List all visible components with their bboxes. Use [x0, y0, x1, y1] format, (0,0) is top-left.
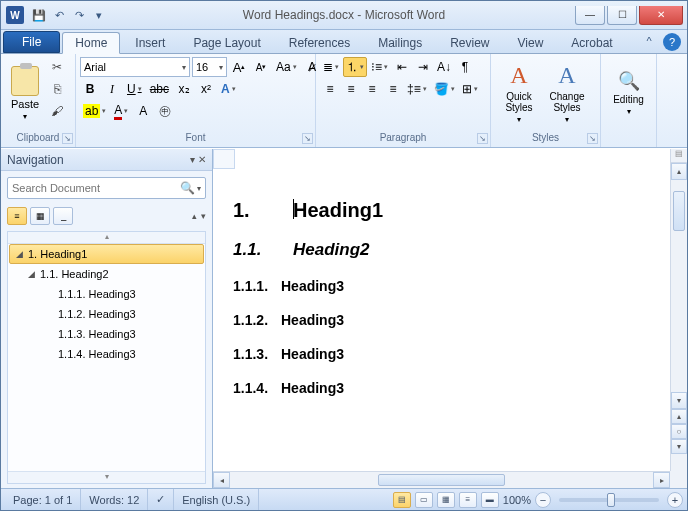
underline-button[interactable]: U▾	[124, 79, 145, 99]
font-name-combo[interactable]: Arial▾	[80, 57, 190, 77]
ruler-corner[interactable]	[213, 149, 235, 169]
doc-heading-2[interactable]: 1.1.Heading2	[233, 240, 650, 260]
format-painter-button[interactable]: 🖌	[47, 101, 67, 121]
view-web-layout[interactable]: ▦	[437, 492, 455, 508]
nav-tree-item[interactable]: 1.1.1. Heading3	[9, 284, 204, 304]
text-effects-button[interactable]: A▾	[218, 79, 239, 99]
tab-view[interactable]: View	[505, 31, 557, 53]
bold-button[interactable]: B	[80, 79, 100, 99]
maximize-button[interactable]: ☐	[607, 6, 637, 25]
nav-close-icon[interactable]: ✕	[198, 154, 206, 165]
vscroll-thumb[interactable]	[673, 191, 685, 231]
doc-heading-3[interactable]: 1.1.3.Heading3	[233, 346, 650, 362]
browse-object-button[interactable]: ○	[671, 424, 687, 439]
tab-mailings[interactable]: Mailings	[365, 31, 435, 53]
vertical-scrollbar[interactable]: ▤ ▴ ▴ ○ ▾ ▾	[670, 149, 687, 471]
change-styles-button[interactable]: A Change Styles ▾	[543, 57, 591, 129]
paste-button[interactable]: Paste ▾	[5, 57, 45, 129]
help-icon[interactable]: ?	[663, 33, 681, 51]
nav-tree-item[interactable]: ◢1.1. Heading2	[9, 264, 204, 284]
strikethrough-button[interactable]: abc	[147, 79, 172, 99]
paragraph-dialog-launcher[interactable]: ↘	[477, 133, 488, 144]
line-spacing-button[interactable]: ‡≡▾	[404, 79, 430, 99]
grow-font-button[interactable]: A▴	[229, 57, 249, 77]
view-draft[interactable]: ▬	[481, 492, 499, 508]
qat-customize[interactable]: ▾	[90, 6, 108, 24]
font-dialog-launcher[interactable]: ↘	[302, 133, 313, 144]
scroll-right-button[interactable]: ▸	[653, 472, 670, 488]
align-center-button[interactable]: ≡	[341, 79, 361, 99]
borders-button[interactable]: ⊞▾	[459, 79, 481, 99]
tab-file[interactable]: File	[3, 31, 60, 53]
doc-heading-1[interactable]: 1.Heading1	[233, 199, 650, 222]
nav-tree-item[interactable]: 1.1.4. Heading3	[9, 344, 204, 364]
status-words[interactable]: Words: 12	[81, 489, 148, 510]
clear-formatting-button[interactable]: A̷	[302, 57, 322, 77]
nav-scroll-down[interactable]: ▾	[8, 471, 205, 483]
doc-heading-3[interactable]: 1.1.4.Heading3	[233, 380, 650, 396]
nav-search-input[interactable]	[12, 182, 180, 194]
zoom-in-button[interactable]: +	[667, 492, 683, 508]
styles-dialog-launcher[interactable]: ↘	[587, 133, 598, 144]
align-left-button[interactable]: ≡	[320, 79, 340, 99]
shading-button[interactable]: 🪣▾	[431, 79, 458, 99]
nav-tab-results[interactable]: ⎯	[53, 207, 73, 225]
minimize-ribbon-icon[interactable]: ^	[641, 33, 657, 49]
quick-styles-button[interactable]: A Quick Styles ▾	[495, 57, 543, 129]
document-scroller[interactable]: 1.Heading11.1.Heading21.1.1.Heading31.1.…	[213, 169, 670, 471]
save-button[interactable]: 💾	[30, 6, 48, 24]
next-page-button[interactable]: ▾	[671, 439, 687, 454]
document-body[interactable]: 1.Heading11.1.Heading21.1.1.Heading31.1.…	[213, 169, 670, 444]
subscript-button[interactable]: x₂	[174, 79, 194, 99]
horizontal-scrollbar[interactable]: ◂ ▸	[213, 471, 670, 488]
font-color-button[interactable]: A▾	[111, 101, 131, 121]
redo-button[interactable]: ↷	[70, 6, 88, 24]
status-page[interactable]: Page: 1 of 1	[5, 489, 81, 510]
nav-tab-headings[interactable]: ≡	[7, 207, 27, 225]
view-print-layout[interactable]: ▤	[393, 492, 411, 508]
status-proofing[interactable]: ✓	[148, 489, 174, 510]
increase-indent-button[interactable]: ⇥	[413, 57, 433, 77]
nav-prev-icon[interactable]: ▴	[192, 211, 197, 221]
nav-menu-icon[interactable]: ▾	[190, 154, 195, 165]
doc-heading-3[interactable]: 1.1.1.Heading3	[233, 278, 650, 294]
zoom-level[interactable]: 100%	[503, 494, 531, 506]
shrink-font-button[interactable]: A▾	[251, 57, 271, 77]
tab-references[interactable]: References	[276, 31, 363, 53]
tab-acrobat[interactable]: Acrobat	[558, 31, 625, 53]
justify-button[interactable]: ≡	[383, 79, 403, 99]
zoom-slider[interactable]	[559, 498, 659, 502]
numbering-button[interactable]: ⒈▾	[343, 57, 367, 77]
nav-tree-item[interactable]: ◢1. Heading1	[9, 244, 204, 264]
prev-page-button[interactable]: ▴	[671, 409, 687, 424]
nav-scroll-up[interactable]: ▴	[8, 232, 205, 244]
zoom-out-button[interactable]: −	[535, 492, 551, 508]
nav-tree-item[interactable]: 1.1.2. Heading3	[9, 304, 204, 324]
close-button[interactable]: ✕	[639, 6, 683, 25]
minimize-button[interactable]: —	[575, 6, 605, 25]
scroll-left-button[interactable]: ◂	[213, 472, 230, 488]
nav-search-box[interactable]: 🔍 ▾	[7, 177, 206, 199]
ruler-toggle[interactable]: ▤	[671, 149, 687, 163]
nav-next-icon[interactable]: ▾	[201, 211, 206, 221]
view-full-screen[interactable]: ▭	[415, 492, 433, 508]
search-icon[interactable]: 🔍	[180, 181, 195, 195]
clipboard-dialog-launcher[interactable]: ↘	[62, 133, 73, 144]
align-right-button[interactable]: ≡	[362, 79, 382, 99]
undo-button[interactable]: ↶	[50, 6, 68, 24]
tab-page-layout[interactable]: Page Layout	[180, 31, 273, 53]
tab-home[interactable]: Home	[62, 32, 120, 54]
nav-tree-item[interactable]: 1.1.3. Heading3	[9, 324, 204, 344]
search-dropdown-icon[interactable]: ▾	[197, 184, 201, 193]
superscript-button[interactable]: x²	[196, 79, 216, 99]
italic-button[interactable]: I	[102, 79, 122, 99]
sort-button[interactable]: A↓	[434, 57, 454, 77]
zoom-knob[interactable]	[607, 493, 615, 507]
font-size-combo[interactable]: 16▾	[192, 57, 227, 77]
doc-heading-3[interactable]: 1.1.2.Heading3	[233, 312, 650, 328]
status-language[interactable]: English (U.S.)	[174, 489, 259, 510]
show-hide-button[interactable]: ¶	[455, 57, 475, 77]
scroll-up-button[interactable]: ▴	[671, 163, 687, 180]
highlight-button[interactable]: ab▾	[80, 101, 109, 121]
enclose-chars-button[interactable]: ㊥	[155, 101, 175, 121]
